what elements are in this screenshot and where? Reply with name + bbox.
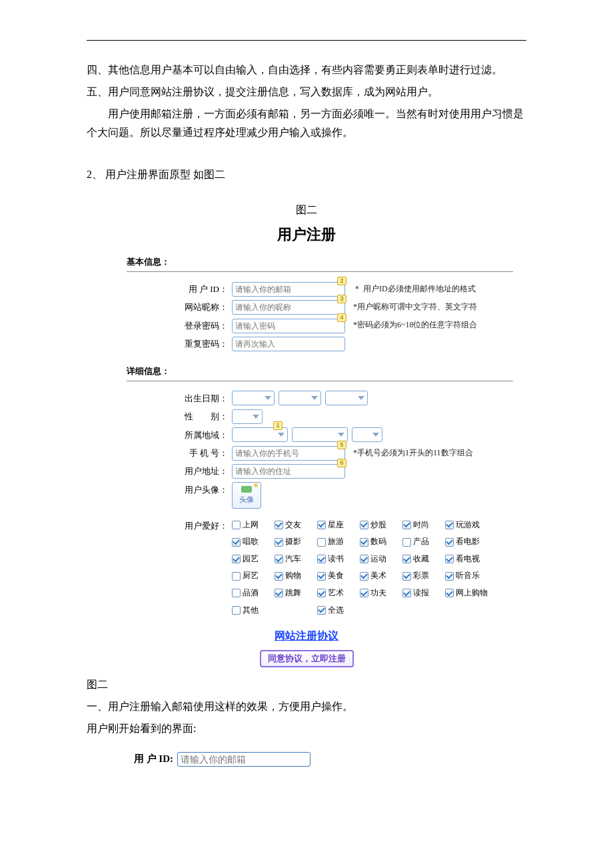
hobby-grid: 上网交友星座炒股时尚玩游戏唱歌摄影旅游数码产品看电影园艺汽车读书运动收藏看电视厨… [232, 518, 493, 618]
hobby-checkbox[interactable]: 交友 [275, 518, 312, 533]
hobby-text: 收藏 [413, 552, 429, 567]
hobby-text: 网上购物 [456, 586, 488, 601]
hobby-checkbox[interactable]: 看电视 [445, 552, 493, 567]
region-district-select[interactable] [352, 427, 382, 442]
agreement-link[interactable]: 网站注册协议 [100, 627, 513, 646]
hobby-checkbox[interactable]: 美术 [360, 569, 397, 583]
hobby-checkbox[interactable]: 美食 [317, 569, 354, 583]
hobby-text: 跳舞 [285, 586, 301, 601]
hobby-checkbox[interactable]: 其他 [232, 603, 269, 618]
hobby-text: 听音乐 [456, 569, 480, 583]
checkbox-icon [445, 572, 454, 581]
hobby-text: 摄影 [285, 535, 301, 549]
checkbox-icon [232, 538, 241, 547]
para-5: 五、用户同意网站注册协议，提交注册信息，写入数据库，成为网站用户。 [87, 83, 526, 102]
hobby-text: 美食 [328, 569, 344, 583]
snippet-input[interactable] [177, 752, 310, 767]
hobby-checkbox[interactable]: 旅游 [317, 535, 354, 549]
hobby-text: 艺术 [328, 586, 344, 601]
hobby-text: 数码 [370, 535, 386, 549]
hobby-checkbox[interactable]: 彩票 [402, 569, 440, 583]
figure-caption-below: 图二 [87, 675, 526, 695]
snippet-label: 用 户 ID: [113, 750, 177, 768]
hobby-text: 上网 [243, 518, 259, 533]
address-input[interactable] [232, 464, 345, 479]
badge-6: 6 [337, 459, 346, 467]
checkbox-icon [445, 589, 454, 597]
hobby-checkbox[interactable]: 品酒 [232, 586, 269, 601]
hobby-text: 汽车 [285, 552, 301, 567]
hobby-checkbox[interactable]: 看电影 [445, 535, 493, 549]
avatar-thumb-text: 头像 [239, 493, 254, 507]
checkbox-icon [232, 555, 241, 563]
checkbox-icon [445, 521, 454, 529]
hobby-text: 星座 [328, 518, 344, 533]
hobby-checkbox[interactable]: 星座 [317, 518, 354, 533]
hobby-checkbox[interactable]: 炒股 [360, 518, 397, 533]
agree-submit-button[interactable]: 同意协议，立即注册 [260, 650, 354, 667]
hobby-checkbox[interactable]: 收藏 [402, 552, 440, 567]
checkbox-icon [275, 521, 283, 529]
password-input[interactable] [232, 319, 345, 333]
region-city-select[interactable] [292, 427, 348, 442]
hobby-checkbox[interactable]: 上网 [232, 518, 269, 533]
birth-year-select[interactable] [232, 391, 275, 405]
snippet-row: 用 户 ID: [87, 750, 526, 768]
hobby-text: 玩游戏 [456, 518, 480, 533]
nickname-label: 网站昵称： [173, 299, 232, 315]
hobby-text: 唱歌 [243, 535, 259, 549]
birth-month-select[interactable] [279, 391, 321, 405]
hobby-checkbox[interactable]: 唱歌 [232, 535, 269, 549]
hobby-checkbox[interactable]: 摄影 [275, 535, 312, 549]
checkbox-icon [232, 521, 241, 529]
hobby-checkbox[interactable]: 听音乐 [445, 569, 493, 583]
hobby-checkbox[interactable]: 数码 [360, 535, 397, 549]
avatar-thumbnail[interactable]: 头像 [232, 482, 261, 509]
section-basic-label: 基本信息： [127, 254, 513, 269]
hobby-checkbox[interactable]: 厨艺 [232, 569, 269, 583]
hobby-checkbox[interactable]: 汽车 [275, 552, 312, 567]
user-id-input[interactable] [232, 282, 345, 297]
mountain-icon [241, 486, 252, 493]
hobby-text: 彩票 [413, 569, 429, 583]
hobby-checkbox[interactable]: 购物 [275, 569, 312, 583]
hobby-checkbox[interactable]: 跳舞 [275, 586, 312, 601]
checkbox-icon [317, 521, 326, 529]
hobby-text: 时尚 [413, 518, 429, 533]
password-hint: *密码必须为6~18位的任意字符组合 [353, 318, 478, 333]
hobby-checkbox[interactable]: 玩游戏 [445, 518, 493, 533]
badge-4: 4 [337, 313, 346, 322]
nickname-input[interactable] [232, 300, 345, 315]
hobby-checkbox[interactable]: 运动 [360, 552, 397, 567]
hobby-text: 旅游 [328, 535, 344, 549]
hobby-checkbox[interactable]: 读报 [402, 586, 440, 601]
hobby-text: 运动 [370, 552, 386, 567]
birth-day-select[interactable] [325, 391, 368, 405]
checkbox-icon [317, 555, 326, 563]
hobby-checkbox[interactable]: 时尚 [402, 518, 440, 533]
chevron-down-icon [372, 433, 379, 437]
hobby-checkbox[interactable]: 艺术 [317, 586, 354, 601]
chevron-down-icon [338, 433, 344, 437]
hobby-checkbox[interactable]: 功夫 [360, 586, 397, 601]
checkbox-icon [360, 589, 368, 597]
hobby-checkbox[interactable]: 产品 [402, 535, 440, 549]
hobby-checkbox[interactable]: 网上购物 [445, 586, 493, 601]
address-label: 用户地址： [173, 463, 232, 479]
phone-input[interactable] [232, 446, 345, 461]
hobby-checkbox[interactable]: 园艺 [232, 552, 269, 567]
para-email: 用户使用邮箱注册，一方面必须有邮箱，另一方面必须唯一。当然有时对使用用户习惯是个… [87, 105, 526, 143]
hobby-text: 园艺 [243, 552, 259, 567]
password-label: 登录密码： [173, 318, 232, 333]
hobby-checkbox[interactable]: 读书 [317, 552, 354, 567]
hobby-checkbox[interactable]: 全选 [317, 603, 354, 618]
user-id-label: 用 户 ID： [173, 281, 232, 297]
chevron-down-icon [358, 396, 364, 400]
checkbox-icon [402, 572, 411, 581]
checkbox-icon [402, 555, 411, 563]
gender-select[interactable] [232, 409, 263, 424]
hobby-text: 读书 [328, 552, 344, 567]
checkbox-icon [275, 538, 283, 547]
password2-input[interactable] [232, 337, 345, 351]
avatar-label: 用户头像： [173, 482, 232, 497]
